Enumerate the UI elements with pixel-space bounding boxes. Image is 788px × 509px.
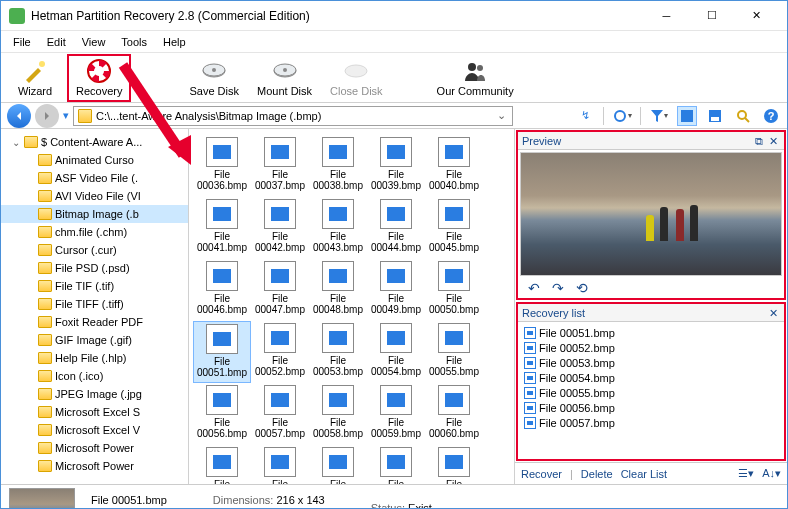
menu-tools[interactable]: Tools	[113, 33, 155, 51]
file-item[interactable]: File00058.bmp	[309, 383, 367, 445]
file-item[interactable]: File00053.bmp	[309, 321, 367, 383]
file-item[interactable]: File00055.bmp	[425, 321, 483, 383]
recovery-item[interactable]: File 00054.bmp	[524, 370, 778, 385]
file-item[interactable]: File00048.bmp	[309, 259, 367, 321]
file-item[interactable]: File00039.bmp	[367, 135, 425, 197]
file-item[interactable]: File00043.bmp	[309, 197, 367, 259]
file-item[interactable]: File00054.bmp	[367, 321, 425, 383]
file-item[interactable]: File00059.bmp	[367, 383, 425, 445]
file-thumbnail	[322, 261, 354, 291]
tree-item[interactable]: Microsoft Power	[1, 457, 188, 475]
preview-close-button[interactable]: ✕	[766, 134, 780, 148]
file-item[interactable]: File00061.bmp	[193, 445, 251, 484]
recover-link[interactable]: Recover	[521, 468, 562, 480]
file-item[interactable]: File00052.bmp	[251, 321, 309, 383]
file-item[interactable]: File00042.bmp	[251, 197, 309, 259]
maximize-button[interactable]: ☐	[689, 1, 734, 30]
refresh-button[interactable]: ↯	[575, 106, 595, 126]
file-item[interactable]: File00063.bmp	[309, 445, 367, 484]
file-item[interactable]: File00036.bmp	[193, 135, 251, 197]
tree-item-label: File TIFF (.tiff)	[55, 298, 124, 310]
menu-file[interactable]: File	[5, 33, 39, 51]
recovery-item[interactable]: File 00055.bmp	[524, 385, 778, 400]
delete-link[interactable]: Delete	[581, 468, 613, 480]
tree-item[interactable]: AVI Video File (VI	[1, 187, 188, 205]
tree-item[interactable]: chm.file (.chm)	[1, 223, 188, 241]
sort-button[interactable]: A↓▾	[762, 467, 781, 480]
file-item[interactable]: File00047.bmp	[251, 259, 309, 321]
help-button[interactable]: ?	[761, 106, 781, 126]
tree-item[interactable]: Icon (.ico)	[1, 367, 188, 385]
tree-item[interactable]: GIF Image (.gif)	[1, 331, 188, 349]
recovery-item[interactable]: File 00052.bmp	[524, 340, 778, 355]
view-thumbs-button[interactable]	[677, 106, 697, 126]
minimize-button[interactable]: ─	[644, 1, 689, 30]
wizard-button[interactable]: Wizard	[9, 57, 61, 99]
file-item[interactable]: File00056.bmp	[193, 383, 251, 445]
close-button[interactable]: ✕	[734, 1, 779, 30]
options-button[interactable]: ▾	[612, 106, 632, 126]
recovery-button[interactable]: Recovery	[70, 57, 128, 99]
tree-item[interactable]: Microsoft Excel V	[1, 421, 188, 439]
save-button[interactable]	[705, 106, 725, 126]
recovery-item[interactable]: File 00051.bmp	[524, 325, 778, 340]
nav-back-button[interactable]	[7, 104, 31, 128]
filter-button[interactable]: ▾	[649, 106, 669, 126]
file-item[interactable]: File00065.bmp	[425, 445, 483, 484]
tree-item[interactable]: Microsoft Excel S	[1, 403, 188, 421]
file-label: File	[330, 231, 346, 242]
file-name: 00049.bmp	[371, 304, 421, 315]
tree-item[interactable]: Foxit Reader PDF	[1, 313, 188, 331]
disk-close-icon	[344, 59, 368, 83]
file-item[interactable]: File00041.bmp	[193, 197, 251, 259]
file-item[interactable]: File00044.bmp	[367, 197, 425, 259]
tree-item[interactable]: Animated Curso	[1, 151, 188, 169]
tree-item[interactable]: File PSD (.psd)	[1, 259, 188, 277]
address-field[interactable]: C:\...tent-Aware Analysis\Bitmap Image (…	[73, 106, 513, 126]
file-item[interactable]: File00060.bmp	[425, 383, 483, 445]
collapse-icon[interactable]: ⌄	[11, 137, 21, 148]
tree-item[interactable]: JPEG Image (.jpg	[1, 385, 188, 403]
community-button[interactable]: Our Community	[431, 57, 520, 99]
file-item[interactable]: File00049.bmp	[367, 259, 425, 321]
menu-edit[interactable]: Edit	[39, 33, 74, 51]
save-disk-button[interactable]: Save Disk	[183, 57, 245, 99]
file-item[interactable]: File00040.bmp	[425, 135, 483, 197]
folder-tree[interactable]: ⌄ $ Content-Aware A... Animated CursoASF…	[1, 129, 189, 484]
file-item[interactable]: File00050.bmp	[425, 259, 483, 321]
address-dropdown-icon[interactable]: ⌄	[494, 109, 508, 122]
menu-view[interactable]: View	[74, 33, 114, 51]
rotate-left-button[interactable]: ↶	[528, 280, 540, 296]
recovery-item[interactable]: File 00056.bmp	[524, 400, 778, 415]
tree-item[interactable]: File TIFF (.tiff)	[1, 295, 188, 313]
refresh-preview-button[interactable]: ⟲	[576, 280, 588, 296]
tree-item[interactable]: Bitmap Image (.b	[1, 205, 188, 223]
rotate-right-button[interactable]: ↷	[552, 280, 564, 296]
file-item[interactable]: File00045.bmp	[425, 197, 483, 259]
tree-item[interactable]: Cursor (.cur)	[1, 241, 188, 259]
search-button[interactable]	[733, 106, 753, 126]
recovery-item[interactable]: File 00057.bmp	[524, 415, 778, 430]
recovery-list-close-button[interactable]: ✕	[766, 306, 780, 320]
file-item[interactable]: File00057.bmp	[251, 383, 309, 445]
menu-help[interactable]: Help	[155, 33, 194, 51]
tree-item[interactable]: ASF Video File (.	[1, 169, 188, 187]
tree-item[interactable]: File TIF (.tif)	[1, 277, 188, 295]
file-item[interactable]: File00038.bmp	[309, 135, 367, 197]
file-item[interactable]: File00051.bmp	[193, 321, 251, 383]
file-grid[interactable]: File00036.bmpFile00037.bmpFile00038.bmpF…	[189, 129, 514, 484]
tree-root[interactable]: ⌄ $ Content-Aware A...	[1, 133, 188, 151]
nav-forward-button[interactable]	[35, 104, 59, 128]
file-item[interactable]: File00046.bmp	[193, 259, 251, 321]
clear-list-link[interactable]: Clear List	[621, 468, 667, 480]
recovery-item[interactable]: File 00053.bmp	[524, 355, 778, 370]
mount-disk-button[interactable]: Mount Disk	[251, 57, 318, 99]
nav-dropdown-icon[interactable]: ▾	[63, 109, 69, 122]
preview-popout-button[interactable]: ⧉	[752, 134, 766, 148]
list-view-button[interactable]: ☰▾	[738, 467, 754, 480]
file-item[interactable]: File00064.bmp	[367, 445, 425, 484]
tree-item[interactable]: Help File (.hlp)	[1, 349, 188, 367]
file-item[interactable]: File00062.bmp	[251, 445, 309, 484]
tree-item[interactable]: Microsoft Power	[1, 439, 188, 457]
file-item[interactable]: File00037.bmp	[251, 135, 309, 197]
